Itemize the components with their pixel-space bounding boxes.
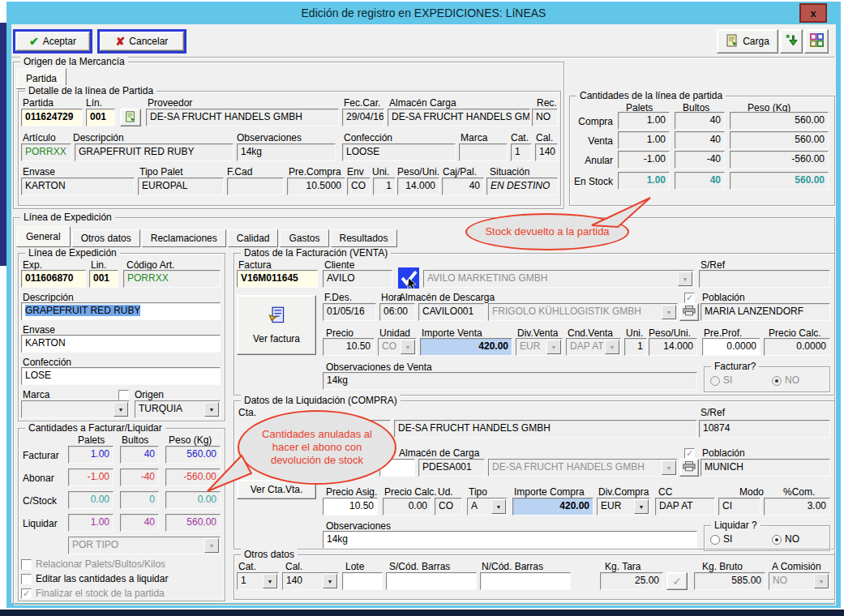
field-ln-descripcion[interactable]: GRAPEFRUIT RED RUBY bbox=[21, 302, 221, 320]
callout-stock-tail bbox=[585, 195, 658, 232]
ver-factura-button[interactable]: Ver factura bbox=[237, 295, 316, 355]
label-lin: Lín. bbox=[86, 97, 102, 109]
chevron-down-icon: ▼ bbox=[678, 272, 692, 286]
chevron-down-icon[interactable]: ▼ bbox=[491, 499, 506, 514]
expedicion-group-title: Línea de Expedición bbox=[20, 212, 115, 223]
chevron-down-icon[interactable]: ▼ bbox=[634, 499, 649, 514]
green-arrow-icon bbox=[786, 34, 798, 49]
close-icon: x bbox=[810, 7, 816, 19]
field-almacen-carga-code: PDESA001 bbox=[418, 459, 485, 477]
field-venta-poblacion: MARIA LANZENDORF bbox=[700, 303, 830, 321]
editar-cantidades-checkbox[interactable] bbox=[21, 574, 32, 584]
field-lote[interactable] bbox=[342, 572, 383, 590]
field-caj-pal: 40 bbox=[442, 178, 484, 195]
field-fec-car: 29/04/16 bbox=[342, 109, 384, 126]
liquidar-si-radio[interactable] bbox=[710, 535, 720, 545]
field-ln-confeccion[interactable]: LOSE bbox=[21, 367, 221, 385]
otros-datos-title: Otros datos bbox=[241, 549, 298, 560]
field-ln-lin[interactable]: 001 bbox=[89, 270, 118, 288]
label-modo: Modo bbox=[739, 486, 764, 498]
liquidar-no-radio[interactable] bbox=[772, 535, 782, 545]
label-precio-asig: Precio Asig. bbox=[326, 486, 377, 498]
cp-anular-bultos: -40 bbox=[675, 151, 725, 169]
partida-doc-button[interactable] bbox=[120, 109, 141, 126]
origen-dropdown[interactable]: TURQUIA ▼ bbox=[135, 400, 221, 418]
cfl-col-bultos: Bultos bbox=[122, 434, 148, 446]
label-venta-sref: S/Ref bbox=[700, 259, 725, 271]
label-marca: Marca bbox=[461, 132, 487, 143]
checkbox-check-icon: ✓ bbox=[686, 293, 693, 302]
marca-dropdown[interactable]: ▼ bbox=[21, 400, 130, 418]
expedicion-tabs: General Otros datos Reclamaciones Calida… bbox=[16, 226, 397, 247]
modo-liquidar-dropdown: POR TIPO ▼ bbox=[68, 537, 221, 554]
label-caj-pal: Caj/Pal. bbox=[443, 166, 477, 178]
liquidar-si-label[interactable]: SI bbox=[723, 533, 732, 545]
tara-check-button[interactable]: ✓ bbox=[666, 572, 688, 590]
label-proveedor: Proveedor bbox=[148, 97, 192, 109]
cfl-facturar-palets: 1.00 bbox=[68, 446, 114, 464]
tipo-dropdown[interactable]: A ▼ bbox=[467, 498, 508, 515]
cliente-check-cursor-icon[interactable] bbox=[397, 267, 420, 289]
field-compra-obs[interactable]: 14kg bbox=[323, 531, 697, 549]
otros-cat-dropdown[interactable]: 1 ▼ bbox=[237, 572, 279, 590]
label-situacion: Situación bbox=[490, 166, 529, 178]
label-compra-sref: S/Ref bbox=[700, 407, 725, 418]
chevron-down-icon[interactable]: ▼ bbox=[323, 574, 337, 588]
chevron-down-icon[interactable]: ▼ bbox=[114, 402, 128, 417]
carga-button[interactable]: Carga bbox=[717, 29, 778, 53]
field-situacion: EN DESTINO bbox=[486, 178, 558, 195]
chevron-down-icon[interactable]: ▼ bbox=[204, 402, 219, 417]
label-lote: Lote bbox=[345, 561, 364, 572]
tab-gastos[interactable]: Gastos bbox=[280, 229, 328, 247]
field-descripcion: GRAPEFRUIT RED RUBY bbox=[75, 143, 233, 161]
cp-compra-bultos: 40 bbox=[675, 112, 725, 130]
field-exp[interactable]: 011606870 bbox=[21, 270, 86, 288]
cantidades-fl-title: Cantidades a Facturar/Liquidar bbox=[25, 422, 165, 434]
div-compra-dropdown[interactable]: EUR ▼ bbox=[597, 498, 650, 515]
field-observaciones: 14kg bbox=[237, 143, 336, 161]
field-partida[interactable]: 011624729 bbox=[21, 109, 83, 126]
cfl-col-palets: Palets bbox=[78, 434, 105, 446]
windows-grid-button[interactable] bbox=[804, 29, 829, 53]
label-exp: Exp. bbox=[23, 259, 42, 271]
export-arrow-button[interactable] bbox=[780, 29, 803, 53]
accept-button[interactable]: ✔ Aceptar bbox=[13, 29, 92, 53]
cancel-label: Cancelar bbox=[129, 36, 168, 47]
label-almacen-descarga: Almacén de Descarga bbox=[399, 292, 495, 303]
field-rec: NO bbox=[532, 109, 558, 126]
compra-print-button[interactable] bbox=[679, 459, 699, 477]
field-pre-prof[interactable]: 0.0000 bbox=[702, 338, 760, 356]
otros-cal-dropdown[interactable]: 140 ▼ bbox=[282, 572, 339, 590]
label-partida: Partida bbox=[23, 97, 54, 109]
tab-resultados[interactable]: Resultados bbox=[331, 229, 397, 247]
tab-reclamaciones[interactable]: Reclamaciones bbox=[142, 229, 226, 247]
field-compra-proveedor: DE-SA FRUCHT HANDELS GMBH bbox=[394, 420, 697, 438]
field-sbar[interactable] bbox=[386, 572, 477, 590]
cfl-cstock-bultos: 0 bbox=[120, 491, 159, 509]
compra-poblacion-checkbox: ✓ bbox=[684, 448, 695, 459]
tab-otros-datos[interactable]: Otros datos bbox=[72, 229, 140, 247]
cfl-abonar-palets: -1.00 bbox=[68, 468, 114, 486]
editar-cantidades-label[interactable]: Editar las cantidades a liquidar bbox=[36, 573, 168, 584]
label-articulo: Artículo bbox=[23, 132, 56, 143]
tab-general[interactable]: General bbox=[16, 226, 71, 247]
venta-print-button[interactable] bbox=[679, 303, 699, 321]
tab-calidad[interactable]: Calidad bbox=[228, 229, 279, 247]
close-button[interactable]: x bbox=[799, 3, 827, 23]
label-ln-descripcion: Descripción bbox=[23, 292, 74, 303]
field-ln-envase[interactable]: KARTON bbox=[21, 335, 221, 353]
field-compra-poblacion: MUNICH bbox=[700, 459, 830, 477]
field-precio-asig[interactable]: 10.50 bbox=[323, 498, 378, 515]
liquidar-no-label[interactable]: NO bbox=[785, 533, 799, 545]
marca-checkbox[interactable] bbox=[118, 390, 129, 400]
cp-venta-bultos: 40 bbox=[675, 131, 725, 149]
callout-abono-tail bbox=[204, 451, 256, 501]
field-factura[interactable]: V16M011645 bbox=[237, 270, 318, 288]
chevron-down-icon[interactable]: ▼ bbox=[263, 574, 277, 588]
field-nbar[interactable] bbox=[480, 572, 571, 590]
facturar-si-radio bbox=[710, 376, 720, 386]
label-observaciones: Observaciones bbox=[237, 132, 302, 143]
cancel-button[interactable]: ✘ Cancelar bbox=[97, 29, 186, 53]
field-venta-uni: 1 bbox=[624, 338, 647, 356]
field-partida-lin[interactable]: 001 bbox=[86, 109, 115, 126]
